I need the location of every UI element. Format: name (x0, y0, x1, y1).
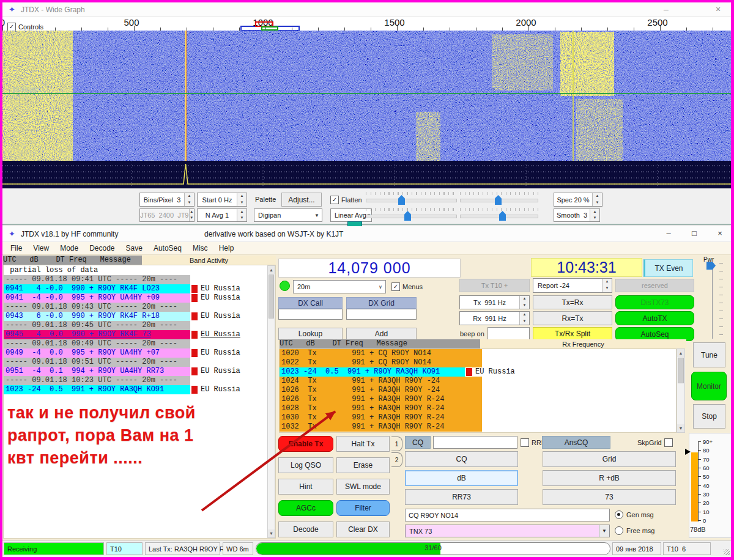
msg-tab-1[interactable]: 1 (391, 437, 402, 451)
pwr-slider-track[interactable] (712, 265, 713, 339)
decode-row[interactable]: ----- 09.01.18 09:41 UTC ----- 20m ---- (4, 275, 267, 284)
resize-grip[interactable] (724, 549, 730, 555)
cq-macro-button[interactable]: CQ (405, 451, 518, 467)
decode-row[interactable]: 0945 4 0.0 990 + R9OY RK4F 73EU Russia (4, 330, 267, 339)
frequency-scale[interactable] (2, 17, 732, 31)
beep-input[interactable] (487, 327, 530, 340)
band-selector[interactable]: 20m∨ (293, 280, 386, 293)
rx-frequency-scrollbar[interactable]: ▲ ▼ (677, 348, 685, 433)
menu-view[interactable]: View (28, 242, 54, 254)
start-hz-spinner[interactable]: Start 0 Hz▲▼ (197, 193, 247, 207)
decode-row[interactable]: ----- 09.01.18 10:23 UTC ----- 20m ---- (4, 376, 267, 385)
skpgrid-checkbox[interactable]: SkpGrid (637, 438, 673, 447)
grid-macro-button[interactable]: Grid (543, 451, 676, 467)
minimize-button[interactable]: – (662, 229, 675, 238)
decode-button[interactable]: Decode (278, 521, 333, 537)
decode-row[interactable]: 1026 Tx 991 + RA3QH R9OY -24 (280, 386, 671, 395)
decode-row[interactable]: 0949 -4 0.0 995 + R9OY UA4HY +07EU Russi… (4, 348, 267, 358)
gain-slider-2[interactable] (366, 208, 457, 224)
scroll-up-icon[interactable]: ▲ (677, 349, 684, 357)
msg-tab-2[interactable]: 2 (391, 452, 402, 467)
mode-span-spinner[interactable]: JT65 2400 JT9▲▼ (139, 208, 195, 222)
menu-save[interactable]: Save (120, 242, 148, 254)
gen-msg-input[interactable]: CQ R9OY NO14 (405, 509, 610, 521)
report-spinner[interactable]: Report -24▲▼ (533, 278, 612, 293)
flatten-checkbox[interactable]: ✓ Flatten (330, 196, 362, 204)
gen-msg-radio[interactable]: Gen msg (615, 510, 654, 519)
chevron-down-icon: ▼ (599, 525, 609, 537)
scrollbar-thumb[interactable] (678, 358, 684, 383)
pwr-slider-ticks (719, 263, 723, 340)
clear-dx-button[interactable]: Clear DX (336, 521, 390, 537)
close-button[interactable]: × (713, 229, 727, 238)
menus-checkbox[interactable]: ✓ Menus (391, 282, 423, 291)
tx-even-button[interactable]: TX Even (643, 259, 693, 277)
decode-row[interactable]: 1024 Tx 991 + RA3QH R9OY -24 (280, 377, 671, 386)
palette-dropdown[interactable]: Digipan▼ (254, 208, 322, 222)
minimize-button[interactable]: – (660, 4, 672, 14)
menu-misc[interactable]: Misc (187, 242, 213, 254)
add-button[interactable]: Add (346, 328, 417, 340)
monitor-button[interactable]: Monitor (691, 372, 727, 400)
menu-help[interactable]: Help (213, 242, 240, 254)
decode-row[interactable]: ----- 09.01.18 09:45 UTC ----- 20m ---- (4, 321, 267, 330)
tx-eq-rx-button[interactable]: Tx=Rx (533, 295, 612, 309)
anscq-button[interactable]: AnsCQ (542, 436, 610, 449)
tx-freq-spinner[interactable]: Tx 991 Hz▲▼ (459, 295, 530, 309)
decode-row[interactable]: ----- 09.01.18 09:51 UTC ----- 20m ---- (4, 358, 267, 367)
scroll-up-icon[interactable]: ▲ (268, 266, 275, 274)
decode-row[interactable]: 1022 Tx 991 + CQ R9OY NO14 (280, 358, 671, 367)
scroll-down-icon[interactable]: ▼ (268, 529, 275, 537)
decode-row[interactable]: 0941 -4 -0.0 995 + R9OY UA4HY +09EU Russ… (4, 293, 267, 303)
rx-freq-spinner[interactable]: Rx 991 Hz▲▼ (459, 311, 530, 325)
stop-button[interactable]: Stop (693, 404, 725, 429)
cq-dir-input[interactable] (433, 436, 517, 449)
decode-row[interactable]: 0941 4 -0.0 990 + R9OY RK4F LO23EU Russi… (4, 284, 267, 293)
r-db-macro-button[interactable]: R +dB (543, 470, 676, 486)
lookup-button[interactable]: Lookup (278, 328, 343, 340)
decode-row[interactable]: ----- 09.01.18 09:43 UTC ----- 20m ---- (4, 303, 267, 312)
decode-row[interactable]: ----- 09.01.18 09:49 UTC ----- 20m ---- (4, 339, 267, 348)
main-titlebar[interactable]: ✦ JTDX v18.1 by HF community derivative … (2, 226, 732, 242)
spectrum[interactable] (2, 161, 732, 188)
zero-slider-1[interactable] (460, 192, 538, 208)
73-macro-button[interactable]: 73 (543, 489, 676, 505)
distx73-button[interactable]: DisTX73 (615, 295, 694, 309)
decode-row[interactable]: 1023 -24 0.5 991 + R9OY RA3QH KO91EU Rus… (4, 385, 267, 394)
n-avg-spinner[interactable]: N Avg 1▲▼ (197, 208, 247, 222)
menu-mode[interactable]: Mode (54, 242, 84, 254)
tune-button[interactable]: Tune (693, 342, 725, 367)
decode-row[interactable]: 0951 -4 0.1 994 + R9OY UA4HY RR73EU Russ… (4, 367, 267, 376)
controls-checkbox[interactable]: ✓ Controls (7, 23, 43, 31)
country-marker (191, 367, 198, 375)
free-msg-combo[interactable]: TNX 73 ▼ (405, 525, 610, 537)
wide-graph-titlebar[interactable]: ✦ JTDX - Wide Graph – × (2, 2, 732, 17)
decode-row[interactable]: 1023 -24 0.5 991 + R9OY RA3QH KO91EU Rus… (280, 367, 671, 377)
scrollbar-thumb[interactable] (269, 274, 274, 319)
decode-row[interactable]: 1020 Tx 991 + CQ R9OY NO14 (280, 349, 671, 358)
spec-spinner[interactable]: Spec 20 %▲▼ (554, 193, 602, 207)
menu-file[interactable]: File (5, 242, 28, 254)
palette-adjust-button[interactable]: Adjust... (281, 193, 322, 207)
autotx-button[interactable]: AutoTX (615, 311, 694, 325)
maximize-button[interactable]: □ (688, 229, 701, 238)
rr73-macro-button[interactable]: RR73 (405, 489, 518, 505)
rx-eq-tx-button[interactable]: Rx=Tx (533, 311, 612, 325)
zero-slider-2[interactable] (460, 208, 538, 224)
bins-pixel-spinner[interactable]: Bins/Pixel 3▲▼ (139, 193, 195, 207)
decode-row[interactable]: 0943 6 -0.0 990 + R9OY RK4F R+18EU Russi… (4, 312, 267, 321)
menu-autoseq[interactable]: AutoSeq (148, 242, 187, 254)
gain-slider-1[interactable] (366, 192, 457, 208)
dx-grid-input[interactable] (346, 309, 417, 320)
cq-dir-button[interactable]: CQ (405, 436, 431, 449)
dx-call-input[interactable] (278, 309, 343, 320)
decode-row[interactable]: partial loss of data (4, 266, 267, 275)
db-macro-button[interactable]: dB (405, 470, 518, 486)
smooth-spinner[interactable]: Smooth 3▲▼ (554, 208, 600, 222)
scroll-down-icon[interactable]: ▼ (677, 424, 684, 432)
waterfall[interactable]: 10:43 20m (2, 31, 732, 161)
menu-decode[interactable]: Decode (84, 242, 120, 254)
scale-label: 2500 (644, 17, 671, 28)
close-button[interactable]: × (712, 4, 724, 14)
free-msg-radio[interactable]: Free msg (615, 526, 654, 535)
